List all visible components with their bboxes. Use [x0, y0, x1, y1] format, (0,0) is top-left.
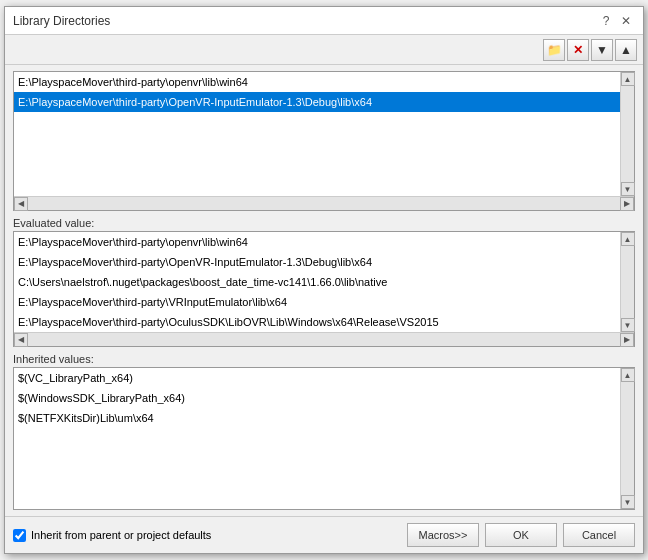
scroll-up-arrow[interactable]: ▲ [621, 72, 635, 86]
delete-icon: ✕ [573, 43, 583, 57]
inh-item-1: $(WindowsSDK_LibraryPath_x64) [14, 388, 620, 408]
eval-scroll-track-h[interactable] [28, 333, 620, 346]
inh-scroll-down[interactable]: ▼ [621, 495, 635, 509]
toolbar: 📁 ✕ ▼ ▲ [5, 35, 643, 65]
close-button[interactable]: ✕ [617, 12, 635, 30]
inh-item-0: $(VC_LibraryPath_x64) [14, 368, 620, 388]
evaluated-scrollbar-v: ▲ ▼ [620, 232, 634, 332]
dir-item-1[interactable]: E:\PlayspaceMover\third-party\OpenVR-Inp… [14, 92, 620, 112]
inh-scroll-up[interactable]: ▲ [621, 368, 635, 382]
title-bar: Library Directories ? ✕ [5, 7, 643, 35]
inherit-checkbox[interactable] [13, 529, 26, 542]
add-folder-button[interactable]: 📁 [543, 39, 565, 61]
scroll-track-h[interactable] [28, 197, 620, 210]
inh-scroll-track[interactable] [621, 382, 634, 495]
eval-scroll-down[interactable]: ▼ [621, 318, 635, 332]
eval-item-0: E:\PlayspaceMover\third-party\openvr\lib… [14, 232, 620, 252]
move-down-button[interactable]: ▼ [591, 39, 613, 61]
bottom-bar: Inherit from parent or project defaults … [5, 516, 643, 553]
inherit-checkbox-label: Inherit from parent or project defaults [31, 529, 211, 541]
buttons-row: Macros>> OK Cancel [407, 523, 635, 547]
eval-scroll-left[interactable]: ◀ [14, 333, 28, 347]
evaluated-list-inner[interactable]: E:\PlayspaceMover\third-party\openvr\lib… [14, 232, 620, 332]
directories-section: E:\PlayspaceMover\third-party\openvr\lib… [13, 71, 635, 211]
eval-scroll-up[interactable]: ▲ [621, 232, 635, 246]
inherit-checkbox-row: Inherit from parent or project defaults [13, 529, 211, 542]
eval-scroll-track[interactable] [621, 246, 634, 318]
arrow-down-icon: ▼ [596, 43, 608, 57]
evaluated-scrollbar-h: ◀ ▶ [14, 332, 634, 346]
inh-item-2: $(NETFXKitsDir)Lib\um\x64 [14, 408, 620, 428]
ok-button[interactable]: OK [485, 523, 557, 547]
inherited-label: Inherited values: [13, 353, 635, 365]
inherited-section: Inherited values: $(VC_LibraryPath_x64) … [13, 353, 635, 510]
inherited-scrollbar-v: ▲ ▼ [620, 368, 634, 509]
title-bar-controls: ? ✕ [597, 12, 635, 30]
directories-scrollbar-v: ▲ ▼ [620, 72, 634, 196]
eval-item-2: C:\Users\naelstrof\.nuget\packages\boost… [14, 272, 620, 292]
move-up-button[interactable]: ▲ [615, 39, 637, 61]
dialog-title: Library Directories [13, 14, 110, 28]
directories-list-inner[interactable]: E:\PlayspaceMover\third-party\openvr\lib… [14, 72, 620, 196]
folder-icon: 📁 [547, 43, 562, 57]
arrow-up-icon: ▲ [620, 43, 632, 57]
dir-item-0[interactable]: E:\PlayspaceMover\third-party\openvr\lib… [14, 72, 620, 92]
eval-item-4: E:\PlayspaceMover\third-party\OculusSDK\… [14, 312, 620, 332]
evaluated-list-box: E:\PlayspaceMover\third-party\openvr\lib… [13, 231, 635, 347]
delete-button[interactable]: ✕ [567, 39, 589, 61]
cancel-button[interactable]: Cancel [563, 523, 635, 547]
eval-scroll-right[interactable]: ▶ [620, 333, 634, 347]
eval-item-1: E:\PlayspaceMover\third-party\OpenVR-Inp… [14, 252, 620, 272]
directories-scrollbar-h: ◀ ▶ [14, 196, 634, 210]
evaluated-list-main: E:\PlayspaceMover\third-party\openvr\lib… [14, 232, 634, 332]
main-content: E:\PlayspaceMover\third-party\openvr\lib… [5, 65, 643, 516]
inherited-list-inner[interactable]: $(VC_LibraryPath_x64) $(WindowsSDK_Libra… [14, 368, 620, 509]
inherited-list-box: $(VC_LibraryPath_x64) $(WindowsSDK_Libra… [13, 367, 635, 510]
scroll-track-v[interactable] [621, 86, 634, 182]
inherited-list-main: $(VC_LibraryPath_x64) $(WindowsSDK_Libra… [14, 368, 634, 509]
scroll-down-arrow[interactable]: ▼ [621, 182, 635, 196]
macros-button[interactable]: Macros>> [407, 523, 479, 547]
evaluated-label: Evaluated value: [13, 217, 635, 229]
directories-list-main: E:\PlayspaceMover\third-party\openvr\lib… [14, 72, 634, 196]
eval-item-3: E:\PlayspaceMover\third-party\VRInputEmu… [14, 292, 620, 312]
scroll-left-arrow[interactable]: ◀ [14, 197, 28, 211]
dialog: Library Directories ? ✕ 📁 ✕ ▼ ▲ E:\Plays… [4, 6, 644, 554]
directories-list-box: E:\PlayspaceMover\third-party\openvr\lib… [13, 71, 635, 211]
scroll-right-arrow[interactable]: ▶ [620, 197, 634, 211]
evaluated-section: Evaluated value: E:\PlayspaceMover\third… [13, 217, 635, 347]
help-button[interactable]: ? [597, 12, 615, 30]
